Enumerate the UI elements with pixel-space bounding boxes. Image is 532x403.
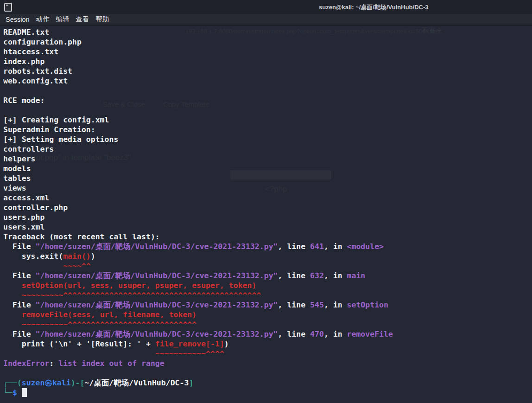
terminal-text-segment: ~~~~~~~~~~~^^^^ [155, 349, 224, 358]
terminal-text-segment: helpers [3, 154, 36, 163]
terminal-line: configuration.php [3, 37, 532, 47]
terminal-text-segment: configuration.php [3, 38, 82, 46]
terminal-line: controller.php [3, 203, 532, 212]
terminal-text-segment: print ('\n' + '[Result]: ' + [3, 339, 155, 348]
menu-item-4[interactable]: 帮助 [96, 15, 109, 24]
menu-item-session[interactable]: Session [6, 16, 30, 23]
terminal-text-segment: web.config.txt [3, 77, 68, 85]
terminal-text-segment: )-[ [71, 378, 85, 387]
terminal-text-segment: ┌──( [3, 378, 22, 387]
terminal-line: ~~~~~~~~~~^^^^^^^^^^^^^^^^^^^^^^^^^^^^ [3, 320, 532, 329]
terminal-line: htaccess.txt [3, 47, 532, 57]
title-bar[interactable]: suzen@kali: ~/桌面/靶场/VulnHub/DC-3 [0, 0, 532, 14]
terminal-line: helpers [3, 154, 532, 164]
terminal-text-segment: "/home/suzen/桌面/靶场/VulnHub/DC-3/cve-2021… [36, 242, 278, 251]
menu-item-2[interactable]: 编辑 [56, 15, 70, 24]
terminal-text-segment: RCE mode: [3, 96, 44, 105]
terminal-text-segment: suzen㉿kali [22, 378, 71, 387]
terminal-line: ~~~~^^ [3, 261, 532, 271]
terminal-line: removeFile(sess, url, filename, token) [3, 310, 532, 320]
terminal-line: File "/home/suzen/桌面/靶场/VulnHub/DC-3/cve… [3, 300, 532, 310]
window-title: suzen@kali: ~/桌面/靶场/VulnHub/DC-3 [319, 3, 428, 12]
terminal-line: Superadmin Creation: [3, 125, 532, 134]
terminal-line: views [3, 183, 532, 193]
terminal-text-segment: <module> [347, 242, 384, 251]
terminal-text-segment: models [3, 164, 31, 173]
terminal-text-segment: └─ [3, 388, 13, 397]
menu-item-1[interactable]: 动作 [36, 15, 50, 24]
terminal-output-area[interactable]: README.txtconfiguration.phphtaccess.txti… [0, 26, 532, 403]
terminal-text-segment: controllers [3, 145, 54, 154]
menu-bar: Session动作编辑查看帮助 [0, 14, 532, 26]
menu-item-3[interactable]: 查看 [76, 15, 89, 24]
terminal-text-segment: robots.txt.dist [3, 67, 72, 76]
terminal-line: setOption(url, sess, usuper, psuper, esu… [3, 281, 532, 290]
terminal-text-segment [3, 281, 22, 290]
terminal-line: ~~~~~~~~~~~^^^^ [3, 349, 532, 358]
terminal-text-segment: [+] Creating config.xml [3, 115, 109, 124]
terminal-text-segment: ] [189, 378, 193, 387]
terminal-line: └─$ [3, 388, 532, 397]
terminal-text-segment: "/home/suzen/桌面/靶场/VulnHub/DC-3/cve-2021… [36, 330, 278, 339]
terminal-text-segment: File [3, 301, 36, 309]
terminal-text-segment: Superadmin Creation: [3, 125, 95, 134]
terminal-text-segment [3, 262, 63, 270]
terminal-text-segment: ~~~~~~~~~^^^^^^^^^^^^^^^^^^^^^^^^^^^^^^^… [22, 291, 261, 300]
terminal-text-segment: ) [224, 339, 229, 348]
terminal-line: controllers [3, 144, 532, 154]
terminal-text-segment: ~~~~~~~~~~^^^^^^^^^^^^^^^^^^^^^^^^^^^^ [22, 320, 197, 329]
terminal-cursor[interactable] [22, 388, 27, 397]
terminal-text-segment: htaccess.txt [3, 47, 58, 56]
terminal-text-segment: File [3, 242, 36, 251]
terminal-text-segment: users.php [3, 213, 44, 222]
terminal-text-segment: Traceback (most recent call last): [3, 232, 160, 241]
terminal-text-segment: , line [278, 330, 310, 339]
terminal-line: users.xml [3, 222, 532, 232]
terminal-text-segment [3, 291, 22, 300]
terminal-text-segment: removeFile [347, 330, 393, 339]
terminal-text-segment: ~~~~^^ [63, 262, 91, 270]
terminal-line: web.config.txt [3, 76, 532, 86]
terminal-line: [+] Creating config.xml [3, 115, 532, 125]
terminal-text-segment: setOption [347, 301, 388, 309]
terminal-text-segment: "/home/suzen/桌面/靶场/VulnHub/DC-3/cve-2021… [36, 301, 278, 309]
terminal-line: users.php [3, 212, 532, 222]
terminal-text-segment: index.php [3, 57, 44, 66]
terminal-line: robots.txt.dist [3, 66, 532, 76]
terminal-text-segment: $ [13, 388, 17, 397]
terminal-text-segment: 641 [310, 242, 324, 251]
terminal-text-segment: 632 [310, 271, 324, 280]
terminal-line: File "/home/suzen/桌面/靶场/VulnHub/DC-3/cve… [3, 329, 532, 339]
terminal-text-segment: sys.exit( [3, 252, 63, 261]
terminal-line: File "/home/suzen/桌面/靶场/VulnHub/DC-3/cve… [3, 271, 532, 281]
terminal-text-segment: removeFile(sess, url, filename, token) [22, 310, 197, 319]
terminal-line: access.xml [3, 193, 532, 203]
terminal-line: RCE mode: [3, 96, 532, 105]
terminal-text-segment: ) [91, 252, 95, 261]
terminal-line [3, 368, 532, 378]
terminal-text-segment: main() [63, 252, 91, 261]
terminal-line: [+] Setting media options [3, 134, 532, 144]
terminal-line: ┌──(suzen㉿kali)-[~/桌面/靶场/VulnHub/DC-3] [3, 378, 532, 388]
terminal-text-segment [3, 310, 22, 319]
terminal-text-segment: : [49, 359, 58, 368]
terminal-line: print ('\n' + '[Result]: ' + file_remove… [3, 339, 532, 349]
terminal-text-segment: "/home/suzen/桌面/靶场/VulnHub/DC-3/cve-2021… [36, 271, 278, 280]
terminal-text-segment: list index out of range [58, 359, 164, 368]
terminal-text-segment: controller.php [3, 203, 68, 212]
terminal-text-segment: File [3, 271, 36, 280]
terminal-line: tables [3, 173, 532, 183]
terminal-line: models [3, 164, 532, 173]
terminal-text-segment: , in [324, 301, 347, 309]
terminal-text-segment [3, 349, 155, 358]
terminal-line [3, 86, 532, 96]
terminal-text-segment: , line [278, 301, 310, 309]
terminal-text-segment [17, 388, 22, 397]
terminal-text-segment: 545 [310, 301, 324, 309]
terminal-line: README.txt [3, 27, 532, 37]
terminal-line [3, 105, 532, 115]
terminal-text-segment: [+] Setting media options [3, 135, 118, 144]
terminal-line: Traceback (most recent call last): [3, 232, 532, 242]
terminal-text-segment: , in [324, 271, 347, 280]
terminal-text-segment [3, 320, 22, 329]
